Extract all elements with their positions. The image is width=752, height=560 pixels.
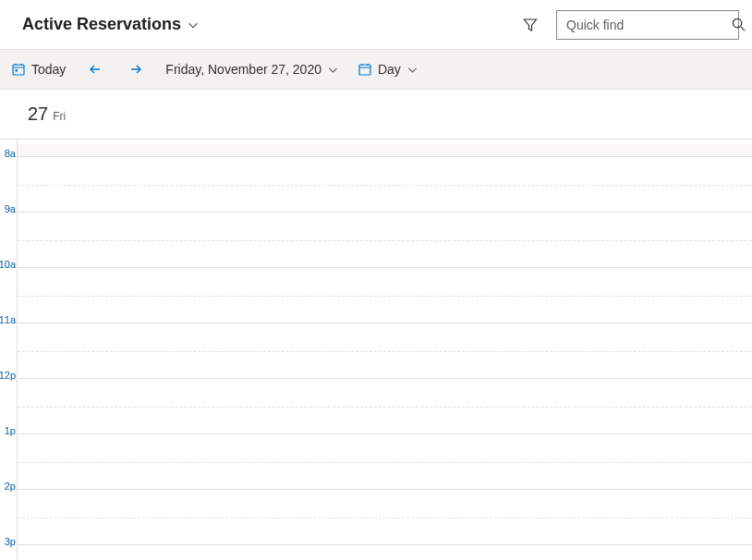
date-picker-button[interactable]: Friday, November 27, 2020 bbox=[158, 56, 346, 82]
hour-row[interactable] bbox=[18, 212, 752, 267]
view-label: Day bbox=[378, 62, 401, 77]
hour-row[interactable] bbox=[18, 156, 752, 212]
svg-rect-2 bbox=[16, 69, 18, 72]
arrow-right-icon bbox=[128, 62, 143, 77]
day-number: 27 bbox=[28, 103, 48, 125]
half-hour-line bbox=[18, 240, 752, 241]
chevron-down-icon bbox=[187, 18, 200, 31]
time-label: 8a bbox=[5, 148, 16, 159]
chevron-down-icon bbox=[406, 64, 418, 76]
view-picker-button[interactable]: Day bbox=[350, 56, 426, 82]
current-date-label: Friday, November 27, 2020 bbox=[165, 62, 321, 77]
time-label: 10a bbox=[0, 259, 16, 270]
search-input[interactable] bbox=[566, 18, 728, 32]
day-weekday: Fri bbox=[53, 110, 66, 123]
hour-row[interactable] bbox=[18, 267, 752, 323]
calendar-grid: 8a 9a 10a 11a 12p 1p 2p 3p bbox=[0, 140, 752, 560]
calendar-icon bbox=[358, 62, 372, 77]
svg-rect-1 bbox=[13, 65, 24, 75]
half-hour-line bbox=[18, 185, 752, 186]
search-button[interactable] bbox=[728, 14, 749, 35]
header-right bbox=[517, 10, 739, 40]
svg-rect-3 bbox=[359, 65, 370, 75]
time-label: 12p bbox=[0, 370, 16, 381]
funnel-icon bbox=[523, 18, 538, 32]
today-button[interactable]: Today bbox=[4, 56, 73, 82]
day-header[interactable]: 27 Fri bbox=[17, 90, 752, 139]
calendar-toolbar: Today Friday, November 27, 2020 Day bbox=[0, 50, 752, 90]
time-label: 9a bbox=[5, 203, 16, 214]
time-label: 1p bbox=[5, 425, 16, 436]
prev-button[interactable] bbox=[77, 56, 114, 82]
hour-row[interactable] bbox=[18, 433, 752, 489]
hour-row[interactable] bbox=[18, 323, 752, 378]
time-label: 2p bbox=[5, 481, 16, 492]
hour-row[interactable] bbox=[18, 489, 752, 544]
today-label: Today bbox=[31, 62, 66, 77]
half-hour-line bbox=[18, 517, 752, 518]
calendar-today-icon bbox=[11, 62, 26, 77]
half-hour-line bbox=[18, 407, 752, 408]
view-title: Active Reservations bbox=[22, 15, 181, 34]
half-hour-line bbox=[18, 462, 752, 463]
chevron-down-icon bbox=[327, 64, 339, 76]
view-header: Active Reservations bbox=[0, 0, 752, 50]
day-column[interactable] bbox=[17, 140, 752, 560]
hour-row[interactable] bbox=[18, 144, 752, 156]
hour-row[interactable] bbox=[18, 378, 752, 433]
search-box[interactable] bbox=[556, 10, 739, 40]
time-label: 11a bbox=[0, 314, 16, 325]
time-gutter: 8a 9a 10a 11a 12p 1p 2p 3p bbox=[0, 140, 17, 560]
view-title-dropdown[interactable]: Active Reservations bbox=[22, 15, 200, 34]
svg-point-0 bbox=[733, 18, 741, 27]
search-icon bbox=[732, 18, 746, 31]
arrow-left-icon bbox=[88, 62, 103, 77]
time-label: 3p bbox=[5, 536, 16, 547]
day-header-row: 27 Fri bbox=[0, 90, 752, 140]
gutter-spacer bbox=[0, 90, 17, 139]
next-button[interactable] bbox=[117, 56, 154, 82]
filter-button[interactable] bbox=[517, 12, 543, 38]
hour-row[interactable] bbox=[18, 544, 752, 560]
half-hour-line bbox=[18, 351, 752, 352]
half-hour-line bbox=[18, 296, 752, 297]
